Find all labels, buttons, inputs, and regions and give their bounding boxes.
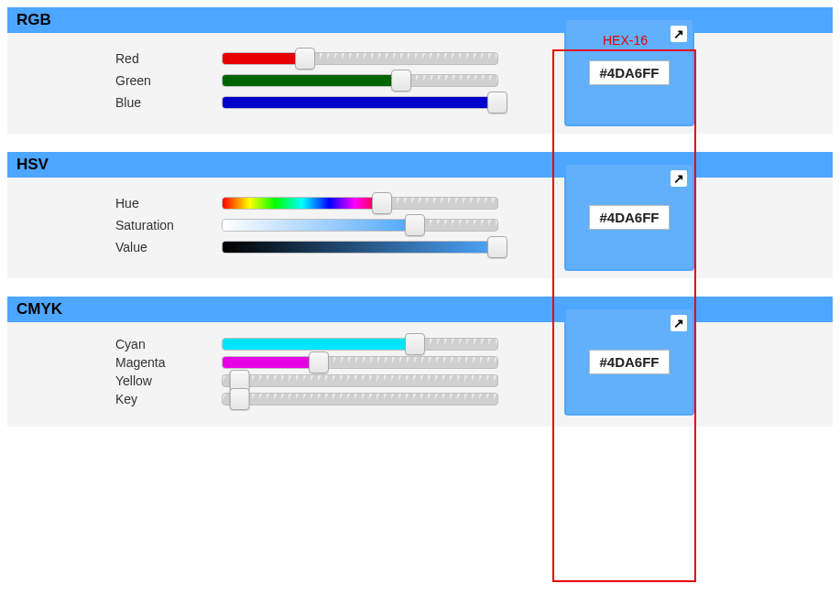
magenta-hatch xyxy=(319,357,497,368)
rgb-swatch: ↗ #4DA6FF xyxy=(564,18,694,126)
val-fill xyxy=(223,242,497,253)
magenta-label: Magenta xyxy=(115,355,222,370)
sat-slider[interactable] xyxy=(222,219,498,232)
magenta-thumb[interactable] xyxy=(309,351,329,373)
green-fill xyxy=(223,75,401,86)
yellow-slider[interactable] xyxy=(222,374,498,387)
red-fill xyxy=(223,53,305,64)
cmyk-swatch: ↗ #4DA6FF xyxy=(564,308,694,416)
hue-slider[interactable] xyxy=(222,197,498,210)
hue-slider-row: Hue xyxy=(115,196,498,211)
hue-fill xyxy=(223,198,382,209)
key-hatch xyxy=(223,394,497,405)
red-thumb[interactable] xyxy=(295,48,315,70)
green-hatch xyxy=(401,75,497,86)
key-slider-row: Key xyxy=(115,392,498,406)
blue-fill xyxy=(223,97,497,108)
red-hatch xyxy=(305,53,497,64)
cyan-thumb[interactable] xyxy=(405,333,425,355)
hue-thumb[interactable] xyxy=(372,192,392,214)
rgb-panel: RGB Red Green Blue xyxy=(7,7,833,134)
cmyk-header: CMYK xyxy=(7,297,833,322)
magenta-slider-row: Magenta xyxy=(115,355,498,370)
hue-label: Hue xyxy=(115,196,222,211)
blue-thumb[interactable] xyxy=(487,92,507,113)
yellow-hatch xyxy=(223,375,497,386)
val-slider-row: Value xyxy=(115,240,498,254)
expand-icon[interactable]: ↗ xyxy=(671,315,687,331)
key-thumb[interactable] xyxy=(230,388,250,410)
hsv-swatch: ↗ #4DA6FF xyxy=(564,163,694,271)
cyan-hatch xyxy=(415,339,497,350)
hue-hatch xyxy=(382,198,497,209)
hsv-header: HSV xyxy=(7,152,833,178)
expand-icon[interactable]: ↗ xyxy=(671,26,687,42)
rgb-hex-value[interactable]: #4DA6FF xyxy=(589,60,669,85)
blue-slider[interactable] xyxy=(222,96,498,109)
green-slider-row: Green xyxy=(115,73,498,88)
hsv-panel: HSV Hue Saturation Value xyxy=(7,152,833,278)
magenta-fill xyxy=(223,357,319,368)
cyan-slider[interactable] xyxy=(222,338,498,351)
key-slider[interactable] xyxy=(222,393,498,405)
cyan-slider-row: Cyan xyxy=(115,337,498,351)
cyan-label: Cyan xyxy=(115,337,222,351)
rgb-header: RGB xyxy=(7,7,833,33)
green-label: Green xyxy=(115,73,222,88)
val-label: Value xyxy=(115,240,222,254)
yellow-slider-row: Yellow xyxy=(115,373,498,388)
sat-label: Saturation xyxy=(115,218,222,232)
sat-slider-row: Saturation xyxy=(115,218,498,232)
blue-label: Blue xyxy=(115,95,222,110)
blue-slider-row: Blue xyxy=(115,95,498,110)
magenta-slider[interactable] xyxy=(222,356,498,369)
sat-hatch xyxy=(415,220,497,231)
cmyk-panel: CMYK Cyan Magenta Yellow xyxy=(7,297,833,427)
val-slider[interactable] xyxy=(222,241,498,254)
key-label: Key xyxy=(115,392,222,406)
green-slider[interactable] xyxy=(222,74,498,87)
green-thumb[interactable] xyxy=(391,70,411,92)
val-thumb[interactable] xyxy=(487,236,507,258)
sat-thumb[interactable] xyxy=(405,214,425,236)
cyan-fill xyxy=(223,339,415,350)
red-slider-row: Red xyxy=(115,51,498,66)
red-label: Red xyxy=(115,51,222,66)
sat-fill xyxy=(223,220,415,231)
red-slider[interactable] xyxy=(222,52,498,65)
expand-icon[interactable]: ↗ xyxy=(671,170,687,187)
yellow-label: Yellow xyxy=(115,373,222,388)
hsv-hex-value[interactable]: #4DA6FF xyxy=(589,205,669,230)
cmyk-hex-value[interactable]: #4DA6FF xyxy=(589,350,669,374)
